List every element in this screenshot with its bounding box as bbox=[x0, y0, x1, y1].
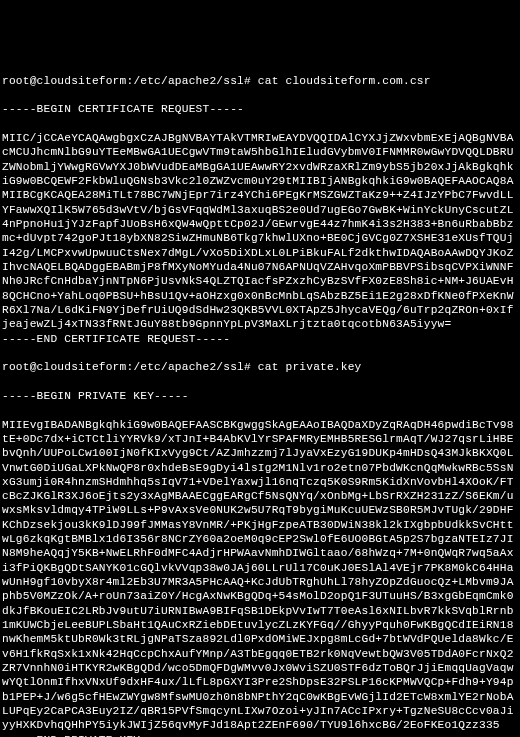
key-body: MIIEvgIBADANBgkqhkiG9w0BAQEFAASCBKgwggSk… bbox=[2, 419, 514, 732]
csr-end-line: -----END CERTIFICATE REQUEST----- bbox=[2, 332, 518, 346]
shell-prompt-path: /etc/apache2/ssl# bbox=[133, 75, 251, 87]
key-begin-line: -----BEGIN PRIVATE KEY----- bbox=[2, 389, 518, 403]
shell-command: cat private.key bbox=[258, 361, 362, 373]
shell-prompt-user: root@cloudsiteform bbox=[2, 361, 126, 373]
shell-prompt-path: /etc/apache2/ssl# bbox=[133, 361, 251, 373]
csr-body: MIIC/jCCAeYCAQAwgbgxCzAJBgNVBAYTAkVTMRIw… bbox=[2, 132, 514, 330]
csr-begin-line: -----BEGIN CERTIFICATE REQUEST----- bbox=[2, 102, 518, 116]
shell-line[interactable]: root@cloudsiteform:/etc/apache2/ssl# cat… bbox=[2, 74, 518, 88]
shell-line[interactable]: root@cloudsiteform:/etc/apache2/ssl# cat… bbox=[2, 360, 518, 374]
shell-command: cat cloudsiteform.com.csr bbox=[258, 75, 431, 87]
shell-prompt-user: root@cloudsiteform bbox=[2, 75, 126, 87]
key-end-line: -----END PRIVATE KEY----- bbox=[2, 733, 518, 737]
terminal-output: root@cloudsiteform:/etc/apache2/ssl# cat… bbox=[2, 59, 518, 737]
